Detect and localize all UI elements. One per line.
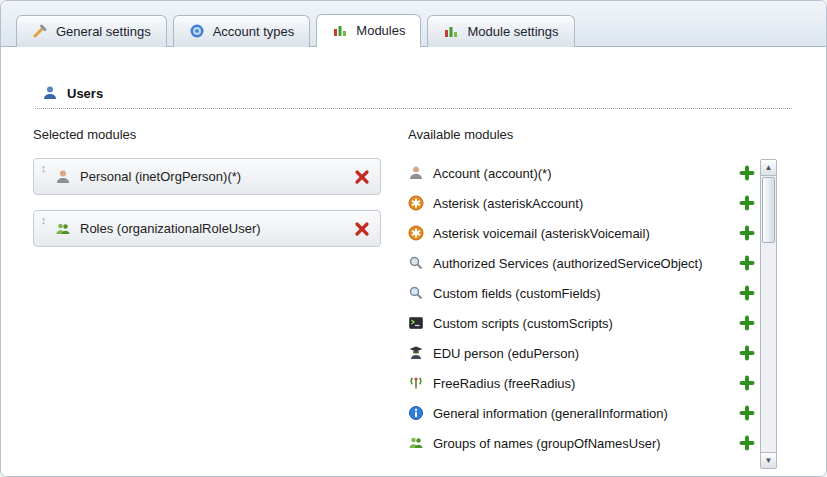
general-settings-icon <box>32 23 48 39</box>
selected-modules-heading: Selected modules <box>33 127 381 142</box>
selected-modules-column: Selected modules ↕ Personal (inetOrgPers… <box>33 127 381 458</box>
available-module-row: Asterisk voicemail (asteriskVoicemail) <box>408 218 756 248</box>
module-columns: Selected modules ↕ Personal (inetOrgPers… <box>1 109 826 458</box>
available-module-label: Authorized Services (authorizedServiceOb… <box>433 256 703 271</box>
available-module-label: EDU person (eduPerson) <box>433 346 579 361</box>
available-module-row: Custom fields (customFields) <box>408 278 756 308</box>
users-icon <box>42 85 58 101</box>
tab-account-types[interactable]: Account types <box>173 15 311 47</box>
available-module-row: Authorized Services (authorizedServiceOb… <box>408 248 756 278</box>
scroll-down-button[interactable]: ▼ <box>761 452 776 468</box>
available-module-label: General information (generalInformation) <box>433 406 668 421</box>
tab-label: Module settings <box>467 24 558 39</box>
available-module-row: General information (generalInformation) <box>408 398 756 428</box>
add-module-button[interactable] <box>738 374 756 392</box>
radius-icon <box>408 375 424 391</box>
available-module-label: Account (account)(*) <box>433 166 552 181</box>
info-icon <box>408 405 424 421</box>
available-module-label: Asterisk (asteriskAccount) <box>433 196 583 211</box>
tab-label: Modules <box>356 23 405 38</box>
available-module-row: Asterisk (asteriskAccount) <box>408 188 756 218</box>
roles-icon <box>55 221 71 237</box>
search-icon <box>408 285 424 301</box>
selected-module-label: Roles (organizationalRoleUser) <box>80 221 353 236</box>
edu-person-icon <box>408 345 424 361</box>
scrollbar-thumb[interactable] <box>762 177 775 243</box>
modules-icon <box>332 22 348 38</box>
available-module-row: EDU person (eduPerson) <box>408 338 756 368</box>
search-icon <box>408 255 424 271</box>
available-module-label: Custom scripts (customScripts) <box>433 316 613 331</box>
available-module-row: Groups of names (groupOfNamesUser) <box>408 428 756 458</box>
selected-module-label: Personal (inetOrgPerson)(*) <box>80 169 353 184</box>
asterisk-icon <box>408 195 424 211</box>
add-module-button[interactable] <box>738 224 756 242</box>
available-module-label: FreeRadius (freeRadius) <box>433 376 575 391</box>
account-types-icon <box>189 23 205 39</box>
add-module-button[interactable] <box>738 284 756 302</box>
available-module-label: Asterisk voicemail (asteriskVoicemail) <box>433 226 650 241</box>
available-modules-column: Available modules Account (account)(*) A… <box>408 127 756 458</box>
available-module-label: Custom fields (customFields) <box>433 286 601 301</box>
add-module-button[interactable] <box>738 194 756 212</box>
available-modules-scrollbar[interactable]: ▲ ▼ <box>760 159 777 469</box>
available-module-label: Groups of names (groupOfNamesUser) <box>433 436 661 451</box>
tab-label: Account types <box>213 24 295 39</box>
available-module-row: Account (account)(*) <box>408 158 756 188</box>
tab-general-settings[interactable]: General settings <box>16 15 167 47</box>
available-module-row: FreeRadius (freeRadius) <box>408 368 756 398</box>
drag-handle-icon[interactable]: ↕ <box>37 214 50 226</box>
settings-window: General settings Account types Modules M… <box>0 0 827 477</box>
tab-bar: General settings Account types Modules M… <box>1 1 826 47</box>
available-module-row: Custom scripts (customScripts) <box>408 308 756 338</box>
add-module-button[interactable] <box>738 434 756 452</box>
modules-panel: Users Selected modules ↕ Personal (inetO… <box>1 85 826 477</box>
selected-module-row[interactable]: ↕ Roles (organizationalRoleUser) <box>33 210 381 247</box>
add-module-button[interactable] <box>738 344 756 362</box>
section-title: Users <box>67 86 103 101</box>
add-module-button[interactable] <box>738 164 756 182</box>
remove-module-button[interactable] <box>353 168 371 186</box>
tab-modules[interactable]: Modules <box>316 14 421 47</box>
available-modules-heading: Available modules <box>408 127 756 142</box>
drag-handle-icon[interactable]: ↕ <box>37 162 50 174</box>
remove-module-button[interactable] <box>353 220 371 238</box>
script-icon <box>408 315 424 331</box>
account-icon <box>408 165 424 181</box>
scroll-up-button[interactable]: ▲ <box>761 160 776 176</box>
section-header: Users <box>35 85 792 109</box>
group-icon <box>408 435 424 451</box>
module-settings-icon <box>443 23 459 39</box>
add-module-button[interactable] <box>738 404 756 422</box>
personal-icon <box>55 169 71 185</box>
selected-module-row[interactable]: ↕ Personal (inetOrgPerson)(*) <box>33 158 381 195</box>
add-module-button[interactable] <box>738 254 756 272</box>
tab-module-settings[interactable]: Module settings <box>427 15 574 47</box>
tab-label: General settings <box>56 24 151 39</box>
add-module-button[interactable] <box>738 314 756 332</box>
asterisk-voicemail-icon <box>408 225 424 241</box>
